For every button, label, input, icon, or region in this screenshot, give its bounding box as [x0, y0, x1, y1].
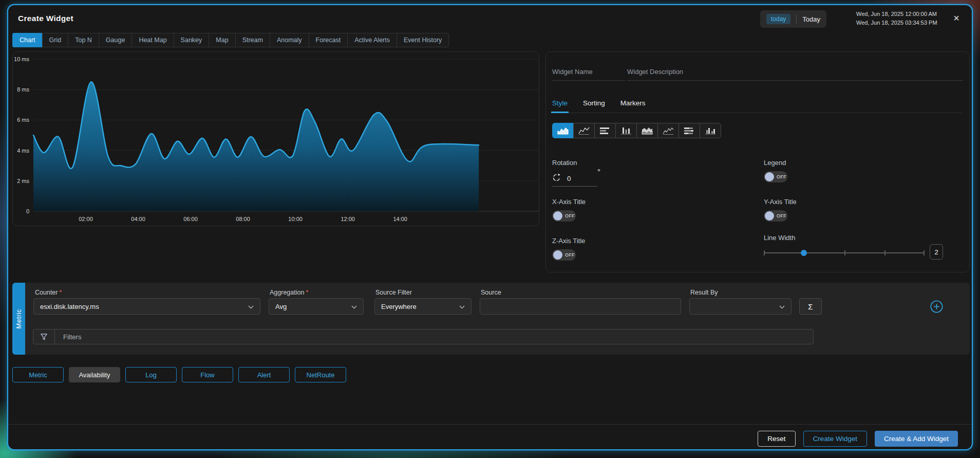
create-add-widget-button[interactable]: Create & Add Widget: [875, 431, 958, 447]
tab-chart[interactable]: Chart: [12, 33, 43, 47]
counter-value: esxi.disk.latency.ms: [40, 303, 99, 310]
svg-text:06:00: 06:00: [183, 216, 198, 222]
rotation-label: Rotation: [552, 159, 577, 167]
tab-map[interactable]: Map: [209, 33, 235, 47]
tab-heat-map[interactable]: Heat Map: [131, 33, 174, 47]
grouped-vertical-bar-chart-icon[interactable]: [700, 123, 721, 138]
tab-event-history[interactable]: Event History: [397, 33, 449, 47]
spline-chart-icon[interactable]: [657, 123, 679, 138]
widget-settings-panel: Style Sorting Markers: [545, 51, 970, 272]
source-filter-label: Source Filter: [375, 289, 412, 296]
tab-anomaly[interactable]: Anomaly: [270, 33, 309, 47]
svg-text:10:00: 10:00: [288, 216, 303, 222]
chevron-down-icon: [459, 303, 465, 310]
svg-text:8 ms: 8 ms: [17, 86, 29, 93]
datasource-flow-button[interactable]: Flow: [182, 367, 233, 382]
tab-sankey[interactable]: Sankey: [174, 33, 210, 47]
toggle-knob: [765, 172, 774, 181]
svg-text:14:00: 14:00: [393, 216, 407, 222]
source-label: Source: [481, 289, 501, 296]
result-by-label: Result By: [690, 289, 718, 296]
y-axis-title-toggle[interactable]: OFF: [764, 210, 787, 222]
toggle-knob: [553, 250, 562, 260]
line-width-thumb[interactable]: [801, 250, 807, 256]
create-widget-dialog: Create Widget today Today Wed, Jun 18, 2…: [7, 4, 973, 450]
x-axis-title-label: X-Axis Title: [552, 198, 586, 206]
footer-divider: [8, 424, 972, 425]
settings-tabs: Style Sorting Markers: [552, 99, 962, 113]
widget-type-tabs: Chart Grid Top N Gauge Heat Map Sankey M…: [12, 33, 449, 47]
aggregation-label: Aggregation*: [270, 289, 308, 296]
reset-button[interactable]: Reset: [758, 431, 795, 447]
line-width-slider[interactable]: [764, 249, 925, 257]
svg-text:12:00: 12:00: [341, 216, 355, 222]
source-filter-value: Everywhere: [381, 303, 417, 310]
tab-top-n[interactable]: Top N: [68, 33, 99, 47]
footer-actions: Reset Create Widget Create & Add Widget: [758, 431, 958, 447]
rotate-icon[interactable]: [552, 173, 561, 184]
z-axis-title-toggle[interactable]: OFF: [552, 249, 576, 261]
svg-text:4 ms: 4 ms: [17, 148, 29, 154]
legend-toggle[interactable]: OFF: [764, 171, 787, 182]
horizontal-bar-chart-icon[interactable]: [594, 123, 616, 138]
svg-text:08:00: 08:00: [236, 216, 250, 222]
slider-tick: [924, 250, 925, 255]
aggregation-select[interactable]: Avg: [269, 298, 364, 315]
slider-tick: [844, 250, 845, 255]
chevron-down-icon: [351, 303, 357, 310]
tab-forecast[interactable]: Forecast: [309, 33, 348, 47]
page-title: Create Widget: [18, 14, 73, 23]
chart-style-picker: [552, 123, 721, 138]
legend-label: Legend: [764, 159, 786, 167]
close-icon[interactable]: ×: [953, 13, 959, 23]
svg-text:10 ms: 10 ms: [14, 56, 29, 62]
svg-text:6 ms: 6 ms: [17, 117, 29, 123]
svg-text:02:00: 02:00: [79, 216, 93, 222]
line-chart-icon[interactable]: [573, 123, 595, 138]
toggle-state: OFF: [565, 213, 575, 218]
stacked-horizontal-bar-chart-icon[interactable]: [679, 123, 700, 138]
tab-active-alerts[interactable]: Active Alerts: [347, 33, 397, 47]
tab-style[interactable]: Style: [552, 99, 568, 107]
area-chart-icon[interactable]: [552, 123, 574, 138]
svg-text:0: 0: [26, 208, 29, 214]
filter-funnel-icon: [33, 329, 55, 344]
filters-label: Filters: [63, 333, 81, 341]
tab-markers[interactable]: Markers: [620, 99, 646, 107]
toggle-state: OFF: [777, 213, 786, 218]
create-widget-button[interactable]: Create Widget: [803, 431, 867, 447]
source-filter-select[interactable]: Everywhere: [374, 298, 472, 315]
line-width-label: Line Width: [764, 234, 795, 242]
tab-gauge[interactable]: Gauge: [99, 33, 133, 47]
z-axis-title-label: Z-Axis Title: [552, 237, 585, 245]
counter-select[interactable]: esxi.disk.latency.ms: [33, 298, 260, 315]
time-range-picker[interactable]: today Today: [760, 10, 826, 28]
widget-name-input[interactable]: [552, 63, 625, 81]
tab-stream[interactable]: Stream: [235, 33, 270, 47]
x-axis-title-toggle[interactable]: OFF: [552, 210, 576, 222]
time-range-chip[interactable]: today: [766, 14, 790, 24]
datasource-metric-button[interactable]: Metric: [12, 367, 64, 382]
stacked-area-chart-icon[interactable]: [636, 123, 658, 138]
datasource-log-button[interactable]: Log: [125, 367, 177, 382]
chevron-down-icon: [248, 303, 254, 310]
chart-preview-panel: 02 ms4 ms6 ms8 ms10 ms02:0004:0006:0008:…: [12, 51, 539, 226]
vertical-bar-chart-icon[interactable]: [615, 123, 637, 138]
datasource-netroute-button[interactable]: NetRoute: [295, 367, 346, 382]
add-metric-icon[interactable]: [930, 300, 944, 314]
filters-bar[interactable]: Filters: [33, 329, 814, 344]
widget-description-input[interactable]: [627, 63, 963, 81]
counter-label: Counter*: [35, 289, 62, 296]
source-input[interactable]: [480, 298, 681, 315]
result-by-select[interactable]: [689, 298, 791, 315]
rotation-control[interactable]: 0: [552, 171, 597, 187]
tab-grid[interactable]: Grid: [42, 33, 69, 47]
metric-editor-section: Metric Counter* esxi.disk.latency.ms Agg…: [12, 283, 970, 355]
metric-side-tab[interactable]: Metric: [12, 283, 25, 355]
datasource-alert-button[interactable]: Alert: [238, 367, 290, 382]
aggregation-value: Avg: [275, 303, 287, 310]
tab-sorting[interactable]: Sorting: [583, 99, 605, 107]
aggregation-function-button[interactable]: Σ: [799, 298, 822, 315]
datasource-availability-button[interactable]: Availability: [69, 367, 120, 382]
rotation-value: 0: [567, 175, 571, 182]
